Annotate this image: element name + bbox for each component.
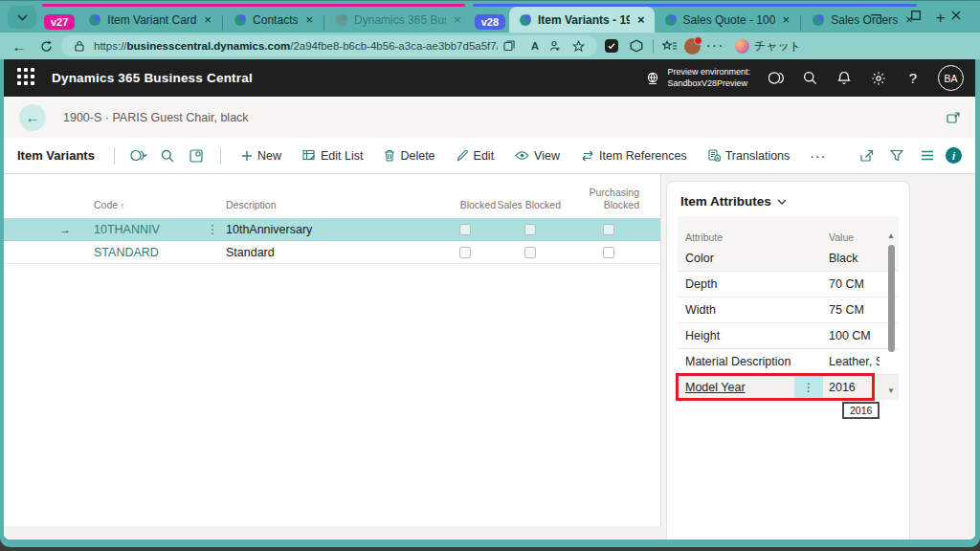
environment-badge[interactable]: Preview environment: SandboxV28Preview bbox=[645, 67, 750, 89]
settings-more-icon[interactable]: ··· bbox=[704, 37, 725, 55]
item-references-button[interactable]: Item References bbox=[572, 143, 696, 168]
minimize-button[interactable] bbox=[856, 3, 896, 28]
notifications-bell-icon[interactable] bbox=[835, 71, 854, 85]
factbox-scrollbar[interactable]: ▲ ▼ bbox=[885, 231, 897, 396]
blocked-checkbox[interactable] bbox=[459, 247, 471, 258]
copilot-icon[interactable] bbox=[766, 71, 785, 85]
page-back-button[interactable]: ← bbox=[19, 104, 46, 131]
delete-button[interactable]: Delete bbox=[375, 143, 443, 168]
app-launcher-waffle-icon[interactable] bbox=[17, 68, 38, 89]
attribute-value: 75 CM bbox=[829, 303, 880, 317]
extensions-icon[interactable] bbox=[626, 39, 647, 53]
column-header-description[interactable]: Description bbox=[226, 199, 429, 211]
blocked-checkbox[interactable] bbox=[459, 224, 471, 235]
copilot-chat-button[interactable]: チャット bbox=[735, 38, 801, 55]
column-header-sales-blocked[interactable]: Sales Blocked bbox=[496, 199, 561, 211]
browser-tab-item-variants-active[interactable]: Item Variants - 190 × bbox=[509, 7, 655, 33]
browser-tab-sales-quote[interactable]: Sales Quote - 1001 × bbox=[655, 7, 800, 33]
tab-close-icon[interactable]: × bbox=[781, 12, 792, 27]
cell-code[interactable]: 10THANNIV bbox=[94, 223, 199, 236]
table-row[interactable]: 10THANNIV 10thAnniversary bbox=[4, 218, 660, 241]
share-icon[interactable] bbox=[854, 143, 879, 168]
browser-profile-avatar[interactable] bbox=[684, 38, 701, 55]
search-icon[interactable] bbox=[800, 71, 819, 85]
business-central-favicon-icon bbox=[335, 13, 348, 27]
new-button[interactable]: New bbox=[233, 143, 290, 168]
sales-blocked-checkbox[interactable] bbox=[524, 224, 536, 235]
tab-label: Contacts bbox=[253, 13, 298, 27]
purchasing-blocked-checkbox[interactable] bbox=[603, 247, 614, 258]
purchasing-blocked-checkbox[interactable] bbox=[603, 224, 614, 235]
attribute-row[interactable]: Color Black bbox=[678, 245, 899, 271]
business-central-favicon-icon bbox=[88, 13, 101, 27]
cell-description[interactable]: 10thAnniversary bbox=[226, 223, 429, 236]
translations-button[interactable]: Translations bbox=[700, 143, 799, 168]
sales-blocked-checkbox[interactable] bbox=[524, 247, 536, 258]
collections-icon[interactable] bbox=[503, 40, 521, 52]
factbox-title[interactable]: Item Attributes bbox=[667, 182, 909, 216]
analyze-icon[interactable] bbox=[184, 143, 209, 168]
table-row[interactable]: STANDARD Standard bbox=[4, 241, 660, 264]
column-header-blocked[interactable]: Blocked bbox=[429, 199, 496, 211]
column-header-code[interactable]: Code bbox=[94, 199, 199, 211]
edit-list-icon bbox=[302, 149, 316, 162]
tab-close-icon[interactable]: × bbox=[303, 12, 315, 27]
open-in-new-window-icon[interactable] bbox=[947, 112, 960, 123]
chevron-down-icon bbox=[17, 14, 28, 21]
attribute-row[interactable]: Depth 70 CM bbox=[678, 271, 899, 297]
profile-signin-icon[interactable] bbox=[549, 40, 567, 52]
settings-gear-icon[interactable] bbox=[869, 71, 888, 86]
list-caption[interactable]: Item Variants bbox=[17, 148, 95, 163]
tab-group-badge-v28[interactable]: v28 bbox=[475, 14, 505, 30]
attribute-value[interactable]: 2016 bbox=[829, 381, 880, 394]
cell-code[interactable]: STANDARD bbox=[94, 246, 199, 259]
toolbar-divider bbox=[220, 147, 221, 165]
more-actions-button[interactable] bbox=[802, 148, 834, 164]
row-options-icon[interactable] bbox=[199, 222, 226, 236]
pencil-icon bbox=[457, 149, 469, 162]
attribute-row[interactable]: Width 75 CM bbox=[678, 297, 899, 322]
app-title[interactable]: Dynamics 365 Business Central bbox=[52, 71, 253, 85]
url-input[interactable]: https://businesscentral.dynamics.com/2a9… bbox=[61, 35, 597, 56]
browser-tab-contacts[interactable]: Contacts × bbox=[224, 7, 323, 33]
tab-close-icon[interactable]: × bbox=[203, 12, 214, 27]
maximize-button[interactable] bbox=[896, 3, 936, 28]
scroll-up-icon[interactable]: ▲ bbox=[887, 231, 895, 241]
attribute-row-model-year[interactable]: Model Year 2016 2016 bbox=[678, 374, 899, 400]
tab-close-icon[interactable]: × bbox=[452, 12, 463, 27]
attribute-row[interactable]: Material Description Leather, Satin... bbox=[678, 348, 899, 374]
view-button[interactable]: View bbox=[506, 143, 568, 168]
list-layout-icon[interactable] bbox=[915, 143, 940, 168]
help-icon[interactable]: ? bbox=[903, 70, 923, 86]
toolbar-divider bbox=[114, 147, 115, 165]
info-icon[interactable]: i bbox=[946, 147, 962, 164]
copilot-dropdown-icon[interactable] bbox=[126, 143, 151, 168]
edit-list-button[interactable]: Edit List bbox=[294, 143, 371, 168]
tab-close-icon[interactable]: × bbox=[635, 12, 647, 27]
browser-tab-item-variant-card[interactable]: Item Variant Card × bbox=[78, 7, 221, 33]
browser-essentials-icon[interactable] bbox=[601, 38, 622, 54]
attribute-row[interactable]: Height 100 CM bbox=[678, 322, 899, 348]
favorite-star-icon[interactable] bbox=[572, 40, 590, 53]
window-controls bbox=[856, 3, 976, 28]
favorites-bar-icon[interactable] bbox=[659, 40, 680, 53]
scrollbar-thumb[interactable] bbox=[888, 245, 895, 352]
read-aloud-icon[interactable]: A bbox=[526, 40, 544, 52]
search-list-icon[interactable] bbox=[155, 143, 180, 168]
filter-icon[interactable] bbox=[884, 143, 909, 168]
scroll-down-icon[interactable]: ▼ bbox=[887, 386, 895, 396]
user-avatar[interactable]: BA bbox=[938, 65, 964, 91]
browser-tab-dynamics-365[interactable]: Dynamics 365 Bus × bbox=[325, 7, 471, 33]
row-options-icon[interactable] bbox=[794, 375, 823, 400]
minimize-icon bbox=[871, 14, 881, 16]
back-button[interactable]: ← bbox=[8, 38, 31, 55]
attribute-name: Color bbox=[685, 252, 829, 265]
edit-button[interactable]: Edit bbox=[448, 143, 503, 168]
cell-description[interactable]: Standard bbox=[226, 246, 429, 259]
tab-search-button[interactable] bbox=[8, 6, 36, 29]
cell-sales-blocked bbox=[496, 224, 561, 235]
close-window-button[interactable] bbox=[936, 3, 976, 28]
refresh-button[interactable] bbox=[34, 40, 57, 53]
tab-group-badge-v27[interactable]: v27 bbox=[44, 14, 75, 30]
column-header-purchasing-blocked[interactable]: Purchasing Blocked bbox=[561, 187, 639, 211]
